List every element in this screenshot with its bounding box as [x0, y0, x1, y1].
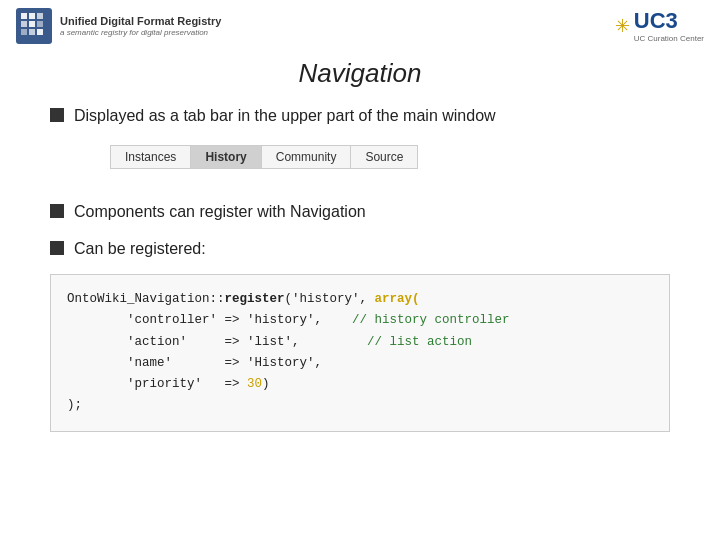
tab-bar: Instances History Community Source — [110, 145, 418, 169]
code-line-5: 'priority' => 30) — [67, 374, 653, 395]
uc3-text: UC3 — [634, 10, 704, 32]
logo-title: Unified Digital Format Registry — [60, 15, 221, 28]
bullet-text-1: Displayed as a tab bar in the upper part… — [74, 105, 496, 127]
code-controller: 'controller' => 'history', — [67, 310, 322, 331]
uc3-star-icon: ✳ — [615, 15, 630, 37]
svg-rect-5 — [29, 21, 35, 27]
header: Unified Digital Format Registry a semant… — [0, 0, 720, 48]
code-line-4: 'name' => 'History', — [67, 353, 653, 374]
bullet-text-3: Can be registered: — [74, 238, 206, 260]
content-area: Displayed as a tab bar in the upper part… — [0, 105, 720, 432]
code-block: OntoWiki_Navigation::register('history',… — [50, 274, 670, 432]
svg-rect-7 — [21, 29, 27, 35]
code-array-keyword: array( — [375, 289, 420, 310]
uc3-subtitle: UC Curation Center — [634, 34, 704, 43]
bullet-square-icon — [50, 108, 64, 122]
svg-rect-3 — [37, 13, 43, 19]
code-comment-1: // history controller — [322, 310, 510, 331]
code-line-6: ); — [67, 395, 653, 416]
code-action: 'action' => 'list', — [67, 332, 300, 353]
code-line-1: OntoWiki_Navigation::register('history',… — [67, 289, 653, 310]
svg-rect-4 — [21, 21, 27, 27]
tab-bar-wrapper: Instances History Community Source — [80, 141, 670, 185]
code-close-paren: ) — [262, 374, 270, 395]
tab-source[interactable]: Source — [351, 146, 417, 168]
code-func: OntoWiki_Navigation::register('history', — [67, 289, 375, 310]
bullet-text-2: Components can register with Navigation — [74, 201, 366, 223]
bullet-square-icon-3 — [50, 241, 64, 255]
svg-rect-6 — [37, 21, 43, 27]
uc3-logo: ✳ UC3 UC Curation Center — [615, 10, 704, 43]
code-line-3: 'action' => 'list', // list action — [67, 332, 653, 353]
svg-rect-8 — [29, 29, 35, 35]
logo-subtitle: a semantic registry for digital preserva… — [60, 28, 221, 37]
page-title: Navigation — [0, 58, 720, 89]
tab-community[interactable]: Community — [262, 146, 352, 168]
bullet-item-3: Can be registered: — [50, 238, 670, 260]
svg-rect-2 — [29, 13, 35, 19]
code-priority: 'priority' => — [67, 374, 247, 395]
tab-instances[interactable]: Instances — [111, 146, 191, 168]
code-semicolon: ); — [67, 395, 82, 416]
bullet-item-1: Displayed as a tab bar in the upper part… — [50, 105, 670, 127]
code-comment-2: // list action — [300, 332, 473, 353]
tab-history[interactable]: History — [191, 146, 261, 168]
udfr-logo-box — [16, 8, 52, 44]
svg-rect-1 — [21, 13, 27, 19]
bullet-item-2: Components can register with Navigation — [50, 201, 670, 223]
bullet-square-icon-2 — [50, 204, 64, 218]
logo-text: Unified Digital Format Registry a semant… — [60, 15, 221, 37]
svg-rect-9 — [37, 29, 43, 35]
code-number-30: 30 — [247, 374, 262, 395]
logo-left: Unified Digital Format Registry a semant… — [16, 8, 221, 44]
code-name: 'name' => 'History', — [67, 353, 322, 374]
code-line-2: 'controller' => 'history', // history co… — [67, 310, 653, 331]
